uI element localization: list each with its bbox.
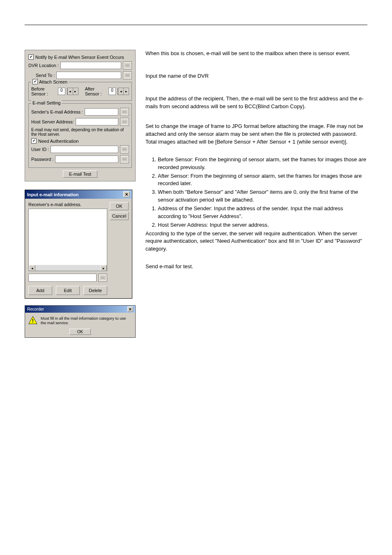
keyboard-icon[interactable] [120, 145, 129, 153]
send-to-input[interactable] [56, 72, 121, 79]
before-sensor-spinner[interactable]: ◂▸ [67, 88, 78, 95]
address-list: Address of the Sender: Input the address… [145, 205, 367, 229]
scroll-right-icon[interactable]: ▸ [100, 265, 107, 271]
keyboard-icon[interactable] [98, 274, 107, 282]
input-email-dialog: Input e-mail information ✕ Receiver's e-… [25, 190, 132, 299]
keyboard-icon[interactable] [120, 108, 129, 116]
auth-description: According to the type of the server, the… [145, 230, 367, 253]
notify-checkbox[interactable]: ✔ [28, 54, 34, 60]
svg-text:!: ! [32, 318, 34, 324]
send-to-label: Send To : [36, 73, 55, 78]
top-rule [25, 25, 367, 25]
recorder-dialog-message: Must fill in all the mail information ca… [41, 316, 132, 325]
scroll-left-icon[interactable]: ◂ [29, 265, 35, 271]
sensor-list: Before Sensor: From the beginning of sen… [145, 156, 367, 204]
keyboard-icon[interactable] [120, 155, 129, 163]
notify-description: When this box is chosen, e-mail will be … [145, 50, 367, 58]
user-id-label: User ID : [31, 147, 49, 152]
edit-button[interactable]: Edit [56, 286, 80, 295]
password-input[interactable] [55, 156, 118, 163]
email-test-button[interactable]: E-mail Test [63, 170, 97, 178]
keyboard-icon[interactable] [120, 118, 129, 126]
attach-description-1: Set to change the image of frame to JPG … [145, 123, 367, 138]
email-setting-group-label: E-mail Setting [32, 100, 60, 105]
address-list-item: Host Server Address: Input the server ad… [158, 221, 367, 229]
sensor-list-item: Before Sensor: From the beginning of sen… [158, 156, 367, 172]
dvr-location-label: DVR Location : [28, 63, 59, 68]
keyboard-icon[interactable] [123, 61, 132, 70]
attach-screen-checkbox[interactable]: ✔ [32, 79, 38, 84]
sensor-list-item: When both "Before Sensor" and "After Sen… [158, 188, 367, 204]
host-address-input[interactable] [76, 118, 118, 125]
need-auth-label: Need Authentication [38, 139, 78, 144]
warning-icon: ! [28, 316, 37, 324]
recipient-input[interactable] [28, 274, 97, 282]
recorder-dialog-title: Recorder [27, 307, 44, 311]
recorder-dialog: Recorder ✕ ! Must fill in all the mail i… [25, 305, 136, 338]
email-settings-panel: ✔ Notify by E-mail When Sensor Event Occ… [25, 50, 136, 181]
close-icon[interactable]: ✕ [123, 191, 130, 197]
after-sensor-value[interactable]: 0 [108, 88, 116, 95]
notify-label: Notify by E-mail When Sensor Event Occur… [35, 55, 124, 60]
user-id-input[interactable] [51, 146, 118, 153]
delete-button[interactable]: Delete [83, 286, 107, 295]
close-icon[interactable]: ✕ [127, 307, 133, 312]
address-list-item: Address of the Sender: Input the address… [158, 205, 367, 221]
sender-address-input[interactable] [85, 108, 118, 116]
sensor-list-item: After Sensor: From the beginning of sens… [158, 172, 367, 188]
cancel-button[interactable]: Cancel [110, 212, 129, 220]
password-label: Password : [31, 157, 53, 162]
after-sensor-label: After Sensor : [85, 86, 107, 96]
recipient-description: Input the address of the recipient. Then… [145, 95, 367, 111]
recorder-ok-button[interactable]: OK [69, 329, 91, 335]
input-dialog-title: Input e-mail information [27, 192, 78, 197]
test-description: Send e-mail for test. [145, 263, 367, 271]
keyboard-icon[interactable] [123, 71, 132, 79]
host-note: E-mail may not send, depending on the si… [31, 128, 129, 137]
add-button[interactable]: Add [28, 286, 52, 295]
recipient-listbox[interactable]: ◂ ▸ [28, 209, 107, 271]
email-setting-group: E-mail Setting Sender's E-mail Address :… [28, 103, 132, 168]
ok-button[interactable]: OK [110, 202, 129, 210]
dvr-location-input[interactable] [60, 62, 121, 69]
need-auth-checkbox[interactable]: ✔ [31, 138, 37, 144]
sender-address-label: Sender's E-mail Address : [31, 109, 83, 114]
before-sensor-label: Before Sensor : [31, 86, 56, 96]
before-sensor-value[interactable]: 0 [58, 88, 65, 95]
input-dialog-message: Receiver's e-mail address. [28, 202, 107, 207]
dvr-description: Input the name of the DVR [145, 72, 367, 80]
attach-screen-group: ✔ Attach Screen Before Sensor : 0 ◂▸ Aft… [28, 82, 132, 101]
after-sensor-spinner[interactable]: ◂▸ [118, 88, 129, 95]
attach-description-2: Total images attached will be [Before Se… [145, 138, 367, 146]
host-address-label: Host Server Address: [31, 119, 74, 124]
attach-screen-label: Attach Screen [39, 79, 67, 84]
